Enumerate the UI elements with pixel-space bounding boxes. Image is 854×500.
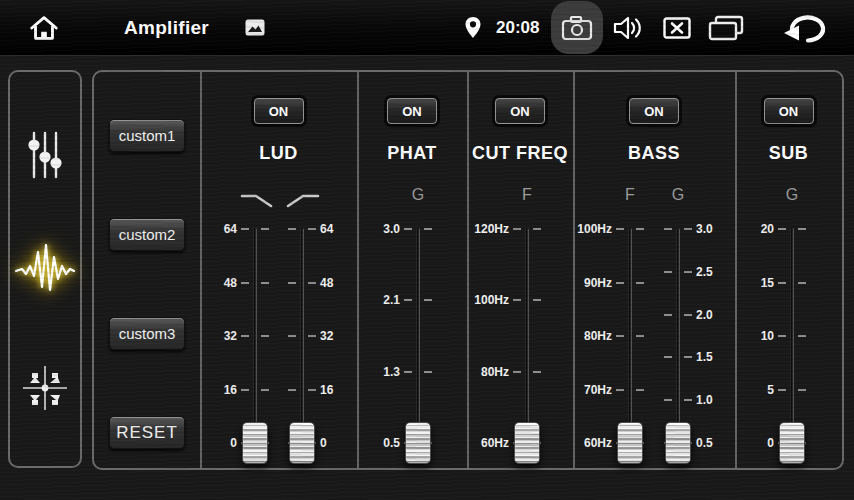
lud-title: LUD bbox=[200, 142, 357, 164]
slider-track[interactable] bbox=[416, 228, 420, 449]
tick-label: 32 bbox=[224, 328, 237, 344]
tick-label: 1.0 bbox=[696, 392, 713, 408]
tick-label: 16 bbox=[224, 382, 237, 398]
tick-dash bbox=[533, 228, 541, 230]
tick-label: 100Hz bbox=[474, 292, 509, 308]
tick-label: 64 bbox=[224, 221, 237, 237]
phat-column: ON PHAT G 3.02.11.30.5 bbox=[357, 72, 467, 468]
tick-dash bbox=[684, 399, 692, 401]
slider-handle[interactable] bbox=[617, 422, 643, 464]
sidebar-item-balance[interactable] bbox=[21, 364, 69, 412]
reset-button[interactable]: RESET bbox=[109, 416, 185, 449]
tick-dash bbox=[533, 371, 541, 373]
tick-dash bbox=[684, 271, 692, 273]
sub-gain-label: G bbox=[786, 186, 798, 204]
lud-left-slider[interactable]: 644832160 bbox=[208, 217, 278, 460]
tick-label: 90Hz bbox=[584, 275, 612, 291]
tick-label: 0.5 bbox=[383, 435, 400, 451]
bass-freq-slider[interactable]: 100Hz90Hz80Hz70Hz60Hz bbox=[583, 217, 659, 460]
tick-dash bbox=[616, 389, 624, 391]
sub-on-button[interactable]: ON bbox=[764, 98, 814, 124]
custom3-button[interactable]: custom3 bbox=[109, 317, 185, 350]
tick-dash bbox=[616, 282, 624, 284]
tick-dash bbox=[308, 335, 316, 337]
cutfreq-on-button[interactable]: ON bbox=[495, 98, 545, 124]
slider-track[interactable] bbox=[676, 228, 680, 449]
tick-dash bbox=[404, 299, 412, 301]
slider-track[interactable] bbox=[253, 228, 257, 449]
slider-handle[interactable] bbox=[514, 422, 540, 464]
volume-button[interactable] bbox=[611, 0, 647, 55]
cutfreq-column: ON CUT FREQ F 120Hz100Hz80Hz60Hz bbox=[467, 72, 573, 468]
wallpaper-button[interactable] bbox=[244, 0, 266, 55]
tick-dash bbox=[288, 282, 296, 284]
recent-apps-icon bbox=[707, 15, 745, 41]
mode-sidebar bbox=[8, 70, 82, 468]
custom2-button[interactable]: custom2 bbox=[109, 218, 185, 251]
page-title: Amplifier bbox=[124, 0, 209, 55]
recent-apps-button[interactable] bbox=[706, 0, 746, 55]
tick-label: 0 bbox=[230, 435, 237, 451]
slider-handle[interactable] bbox=[242, 422, 268, 464]
slider-track[interactable] bbox=[525, 228, 529, 449]
close-app-button[interactable] bbox=[662, 0, 692, 55]
back-icon bbox=[782, 13, 826, 43]
slider-track[interactable] bbox=[790, 228, 794, 449]
tick-label: 48 bbox=[320, 275, 333, 291]
tick-dash bbox=[616, 228, 624, 230]
sub-gain-slider[interactable]: 20151050 bbox=[745, 217, 831, 460]
tick-label: 2.1 bbox=[383, 292, 400, 308]
tick-dash bbox=[798, 282, 806, 284]
tick-label: 15 bbox=[761, 275, 774, 291]
tick-label: 0 bbox=[320, 435, 327, 451]
back-button[interactable] bbox=[781, 0, 827, 55]
screenshot-button[interactable] bbox=[551, 1, 603, 54]
slider-handle[interactable] bbox=[405, 422, 431, 464]
slider-handle[interactable] bbox=[289, 422, 315, 464]
slider-handle[interactable] bbox=[779, 422, 805, 464]
custom1-button[interactable]: custom1 bbox=[109, 119, 185, 152]
cutfreq-slider[interactable]: 120Hz100Hz80Hz60Hz bbox=[479, 217, 565, 460]
slider-track[interactable] bbox=[300, 228, 304, 449]
slider-track[interactable] bbox=[628, 228, 632, 449]
tick-dash bbox=[424, 371, 432, 373]
lud-on-button[interactable]: ON bbox=[254, 98, 304, 124]
sidebar-item-equalizer[interactable] bbox=[27, 130, 63, 180]
sub-column: ON SUB G 20151050 bbox=[735, 72, 842, 468]
lud-right-slider[interactable]: 644832160 bbox=[280, 217, 346, 460]
location-icon bbox=[463, 0, 483, 55]
tick-dash bbox=[778, 389, 786, 391]
sub-title: SUB bbox=[735, 142, 842, 164]
bass-gain-label: G bbox=[672, 186, 684, 204]
tick-label: 70Hz bbox=[584, 382, 612, 398]
tick-label: 2.0 bbox=[696, 307, 713, 323]
phat-title: PHAT bbox=[357, 142, 467, 164]
tick-dash bbox=[513, 228, 521, 230]
clock: 20:08 bbox=[496, 0, 539, 55]
bass-on-button[interactable]: ON bbox=[629, 98, 679, 124]
tick-dash bbox=[308, 389, 316, 391]
amplifier-screen: Amplifier 20:08 bbox=[0, 0, 854, 500]
tick-dash bbox=[404, 371, 412, 373]
tick-dash bbox=[798, 228, 806, 230]
tick-dash bbox=[308, 282, 316, 284]
tick-dash bbox=[778, 228, 786, 230]
phat-on-button[interactable]: ON bbox=[387, 98, 437, 124]
sidebar-item-effects[interactable] bbox=[14, 240, 76, 298]
tick-dash bbox=[778, 282, 786, 284]
phat-gain-slider[interactable]: 3.02.11.30.5 bbox=[371, 217, 453, 460]
tick-label: 3.0 bbox=[383, 221, 400, 237]
slider-handle[interactable] bbox=[665, 422, 691, 464]
tick-dash bbox=[308, 228, 316, 230]
lud-column: ON LUD 644832160 644832160 bbox=[200, 72, 357, 468]
tick-dash bbox=[404, 228, 412, 230]
tick-label: 20 bbox=[761, 221, 774, 237]
tick-dash bbox=[636, 228, 644, 230]
bass-gain-slider[interactable]: 3.02.52.01.51.00.5 bbox=[659, 217, 729, 460]
equalizer-sliders-icon bbox=[27, 130, 63, 180]
tick-dash bbox=[684, 314, 692, 316]
home-button[interactable] bbox=[26, 0, 62, 55]
tick-dash bbox=[798, 389, 806, 391]
speaker-balance-icon bbox=[21, 364, 69, 412]
tick-label: 80Hz bbox=[584, 328, 612, 344]
